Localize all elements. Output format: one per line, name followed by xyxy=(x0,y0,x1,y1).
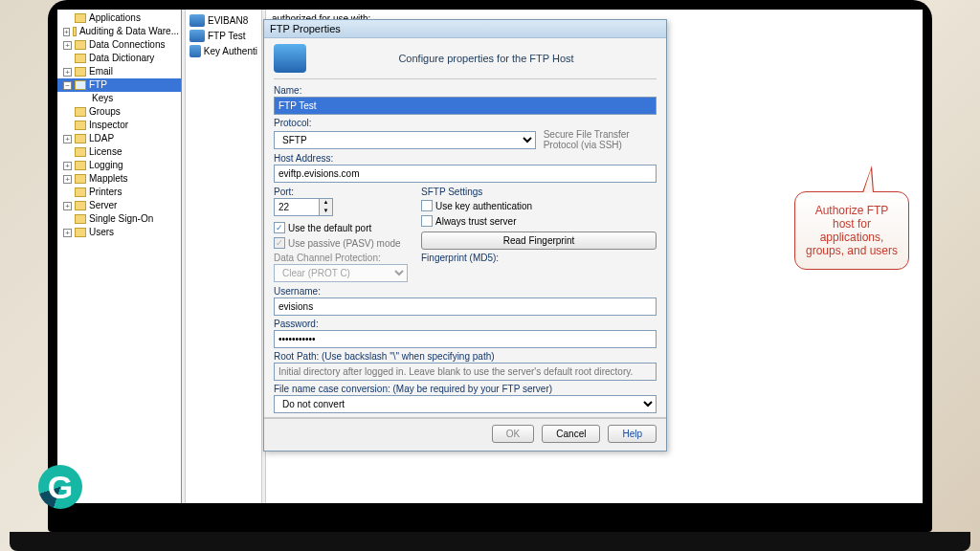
cancel-button[interactable]: Cancel xyxy=(542,425,600,443)
nav-item-inspector[interactable]: Inspector xyxy=(57,119,181,132)
nav-item-license[interactable]: License xyxy=(57,145,181,159)
nav-item-label: Server xyxy=(89,199,117,212)
nav-item-label: Data Dictionary xyxy=(89,52,154,65)
nav-item-data-dictionary[interactable]: Data Dictionary xyxy=(57,52,181,65)
port-field[interactable] xyxy=(274,198,320,216)
nav-item-email[interactable]: +Email xyxy=(57,65,181,78)
file-conv-select[interactable]: Do not convert xyxy=(274,395,657,413)
expand-icon[interactable]: + xyxy=(63,202,72,210)
folder-icon xyxy=(75,161,86,170)
nav-item-label: Auditing & Data Ware... xyxy=(79,25,179,38)
root-path-field[interactable] xyxy=(274,363,657,381)
read-fingerprint-button[interactable]: Read Fingerprint xyxy=(421,231,657,250)
data-channel-label: Data Channel Protection: xyxy=(274,253,408,263)
expand-icon[interactable] xyxy=(80,95,89,103)
nav-item-ftp[interactable]: −FTP xyxy=(57,78,181,92)
expand-icon[interactable]: + xyxy=(63,68,72,77)
ftp-host-icon xyxy=(189,14,205,27)
folder-icon xyxy=(73,27,77,36)
nav-item-single-sign-on[interactable]: Single Sign-On xyxy=(57,212,181,226)
nav-item-label: Email xyxy=(89,65,113,78)
expand-icon[interactable]: + xyxy=(63,175,72,184)
expand-icon[interactable] xyxy=(63,215,72,224)
ftp-host-list[interactable]: EVIBAN8FTP TestKey Authenti xyxy=(186,10,262,503)
nav-item-printers[interactable]: Printers xyxy=(57,186,181,199)
protocol-desc: Secure File Transfer Protocol (via SSH) xyxy=(544,129,657,150)
folder-icon xyxy=(75,121,86,130)
password-field[interactable] xyxy=(274,330,657,348)
ftp-host-item[interactable]: Key Authenti xyxy=(188,44,259,58)
folder-icon xyxy=(75,40,86,50)
host-label: Host Address: xyxy=(274,153,657,164)
expand-icon[interactable] xyxy=(63,14,72,23)
port-stepper[interactable]: ▲▼ xyxy=(320,198,333,216)
file-conv-label: File name case conversion: (May be requi… xyxy=(274,384,657,394)
use-pasv-checkbox[interactable]: ✓ xyxy=(274,237,285,249)
nav-item-label: Single Sign-On xyxy=(89,212,153,226)
sftp-settings-label: SFTP Settings xyxy=(421,187,657,197)
nav-item-label: Data Connections xyxy=(89,38,166,52)
password-label: Password: xyxy=(274,319,657,329)
use-default-port-checkbox[interactable]: ✓ xyxy=(274,222,285,233)
ftp-host-item[interactable]: EVIBAN8 xyxy=(188,13,259,28)
callout-annotation: Authorize FTP host for applications, gro… xyxy=(794,191,909,270)
name-label: Name: xyxy=(274,85,657,96)
root-path-label: Root Path: (Use backslash "\" when speci… xyxy=(274,351,657,362)
nav-item-applications[interactable]: Applications xyxy=(57,11,181,25)
dialog-titlebar[interactable]: FTP Properties xyxy=(264,20,666,38)
ftp-host-label: EVIBAN8 xyxy=(208,15,248,26)
nav-item-server[interactable]: +Server xyxy=(57,199,181,212)
folder-icon xyxy=(75,187,86,197)
ftp-host-label: FTP Test xyxy=(208,31,246,41)
expand-icon[interactable]: + xyxy=(63,229,72,237)
use-default-port-label: Use the default port xyxy=(288,223,371,233)
host-field[interactable] xyxy=(274,165,657,183)
expand-icon[interactable] xyxy=(63,188,72,197)
name-field[interactable] xyxy=(274,97,657,115)
ftp-host-icon xyxy=(189,45,201,57)
nav-item-users[interactable]: +Users xyxy=(57,226,181,239)
nav-item-label: Groups xyxy=(89,105,121,119)
expand-icon[interactable]: − xyxy=(63,81,72,90)
nav-item-label: Mapplets xyxy=(89,172,128,186)
nav-item-label: License xyxy=(89,145,122,159)
nav-item-groups[interactable]: Groups xyxy=(57,105,181,119)
username-label: Username: xyxy=(274,286,657,297)
expand-icon[interactable]: + xyxy=(63,135,72,143)
ftp-icon xyxy=(274,44,306,73)
expand-icon[interactable] xyxy=(63,121,72,130)
expand-icon[interactable]: + xyxy=(63,41,72,50)
nav-item-logging[interactable]: +Logging xyxy=(57,159,181,172)
watermark-logo: G xyxy=(38,465,82,509)
expand-icon[interactable] xyxy=(63,55,72,63)
ftp-properties-dialog: FTP Properties Configure properties for … xyxy=(263,19,667,452)
always-trust-checkbox[interactable] xyxy=(421,215,433,227)
nav-tree[interactable]: Applications+Auditing & Data Ware...+Dat… xyxy=(57,10,182,503)
use-key-label: Use key authentication xyxy=(435,201,532,211)
folder-icon xyxy=(75,13,86,23)
nav-item-ldap[interactable]: +LDAP xyxy=(57,132,181,145)
nav-item-label: Applications xyxy=(89,11,141,25)
expand-icon[interactable] xyxy=(63,148,72,157)
protocol-label: Protocol: xyxy=(274,118,657,128)
protocol-select[interactable]: SFTP xyxy=(274,131,536,149)
folder-icon xyxy=(75,147,86,157)
folder-icon xyxy=(75,67,86,77)
use-key-checkbox[interactable] xyxy=(421,200,433,211)
help-button[interactable]: Help xyxy=(608,425,657,443)
nav-item-label: Inspector xyxy=(89,119,128,132)
ok-button[interactable]: OK xyxy=(492,425,534,443)
expand-icon[interactable] xyxy=(63,108,72,117)
folder-icon xyxy=(75,201,86,210)
folder-icon xyxy=(75,80,86,90)
ftp-host-item[interactable]: FTP Test xyxy=(188,29,259,43)
nav-item-auditing-data-ware-[interactable]: +Auditing & Data Ware... xyxy=(57,25,181,38)
nav-item-data-connections[interactable]: +Data Connections xyxy=(57,38,181,52)
expand-icon[interactable]: + xyxy=(63,162,72,170)
nav-item-mapplets[interactable]: +Mapplets xyxy=(57,172,181,186)
nav-item-keys[interactable]: Keys xyxy=(57,92,181,105)
username-field[interactable] xyxy=(274,298,657,316)
expand-icon[interactable]: + xyxy=(63,28,70,36)
nav-item-label: Keys xyxy=(92,92,113,105)
use-pasv-label: Use passive (PASV) mode xyxy=(288,238,401,249)
